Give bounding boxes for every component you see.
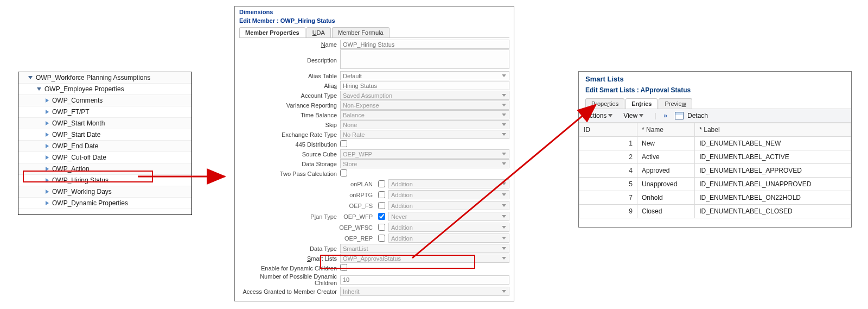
label-data-type: Data Type [239,245,340,252]
leaf-icon [46,133,49,137]
plan-agg-select[interactable]: Addition [388,179,509,188]
name-field[interactable] [340,40,509,49]
cell-name: Approved [637,164,695,178]
two-pass-checkbox[interactable] [340,169,347,176]
selection-highlight [23,171,153,182]
tree-group[interactable]: OWP_Employee Properties [18,84,192,95]
alias-field[interactable] [340,81,509,90]
table-row[interactable]: 9ClosedID_ENUMENTLABEL_CLOSED [579,205,851,218]
data-storage-select[interactable]: Store [340,159,509,168]
alias-table-select[interactable]: Default [340,71,509,80]
tree-item[interactable]: OWP_Dynamic Properties [18,198,192,209]
plan-agg-select[interactable]: Addition [388,223,509,232]
tree-item[interactable]: OWP_End Date [18,141,192,152]
tree-item[interactable]: OWP_Working Days [18,186,192,198]
exchange-rate-select[interactable]: No Rate [340,130,509,139]
view-menu[interactable]: View [623,112,647,119]
col-name[interactable]: * Name [637,123,695,137]
tab-member-formula[interactable]: Member Formula [332,27,390,37]
label-skip: Skip [239,122,340,128]
label-account-type: Account Type [239,92,340,99]
col-label[interactable]: * Label [695,123,851,137]
tree-label: OWP_Cut-off Date [52,152,106,163]
center-tabs: Member Properties UDA Member Formula [239,27,509,38]
access-granted-select[interactable]: Inherit [340,287,509,296]
table-row[interactable]: 1NewID_ENUMENTLABEL_NEW [579,137,851,150]
cell-label: ID_ENUMENTLABEL_ON22HOLD [695,191,851,205]
source-cube-select[interactable]: OEP_WFP [340,149,509,159]
tree-item[interactable]: OWP_Start Month [18,118,192,129]
num-dyn-field[interactable] [340,275,509,285]
plan-agg-select[interactable]: Addition [388,190,509,199]
plan-agg-select[interactable]: Addition [388,234,509,243]
cell-name: New [637,137,695,150]
plan-checkbox[interactable] [378,235,385,242]
time-balance-select[interactable]: Balance [340,110,509,119]
tab-entries[interactable]: Entries [626,98,658,109]
hierarchy-tree: OWP_Workforce Planning Assumptions OWP_E… [18,72,192,215]
table-row[interactable]: 5UnapprovedID_ENUMENTLABEL_UNAPPROVED [579,178,851,191]
variance-select[interactable]: Non-Expense [340,100,509,110]
chevron-down-icon [608,114,612,117]
tab-properties[interactable]: Properties [585,98,624,109]
plan-checkbox[interactable] [378,180,385,187]
edit-member-dialog: Dimensions Edit Member : OWP_Hiring Stat… [234,6,514,301]
plan-type-row: onPLANAddition [239,179,509,189]
data-type-select[interactable]: SmartList [340,244,509,253]
leaf-icon [46,98,49,103]
cell-id: 9 [579,205,637,218]
col-id[interactable]: ID [579,123,637,137]
cell-id: 1 [579,137,637,150]
cell-label: ID_ENUMENTLABEL_APPROVED [695,164,851,178]
label-alias: Alias [239,83,340,89]
tree-label: OWP_Comments [52,95,103,106]
plan-type-row: OEP_FSAddition [239,200,509,211]
table-row[interactable]: 4ApprovedID_ENUMENTLABEL_APPROVED [579,164,851,178]
expand-icon[interactable]: » [663,112,667,119]
account-type-select[interactable]: Saved Assumption [340,91,509,100]
plan-checkbox[interactable] [378,191,385,198]
smartlists-highlight [320,255,475,269]
table-row[interactable]: 7OnholdID_ENUMENTLABEL_ON22HOLD [579,191,851,205]
plan-label: onRPTG [239,192,376,198]
tab-uda[interactable]: UDA [307,27,331,37]
cell-name: Onhold [637,191,695,205]
plan-checkbox[interactable] [378,202,385,209]
tree-item[interactable]: OWP_Comments [18,95,192,106]
label-data-storage: Data Storage [239,161,340,167]
label-two-pass: Two Pass Calculation [239,171,340,177]
tab-preview[interactable]: Preview [659,98,692,109]
plan-label: OEP_FS [239,203,376,209]
leaf-icon [46,144,49,148]
right-tabs: Properties Entries Preview [585,98,851,109]
tree-label: OWP_Start Date [52,129,100,140]
plan-checkbox[interactable] [378,224,385,231]
tree-item[interactable]: OWP_FT/PT [18,106,192,118]
detach-button[interactable]: Detach [675,112,708,119]
label-name: Name [239,41,340,48]
actions-menu[interactable]: Actions [585,112,616,119]
445-checkbox[interactable] [340,140,347,147]
tree-label: OWP_End Date [52,141,98,152]
skip-select[interactable]: None [340,120,509,129]
cell-label: ID_ENUMENTLABEL_CLOSED [695,205,851,218]
tree-item[interactable]: OWP_Start Date [18,129,192,141]
plan-checkbox[interactable] [378,213,385,220]
label-alias-table: Alias Table [239,73,340,79]
description-field[interactable] [340,49,509,69]
tree-item[interactable]: OWP_Cut-off Date [18,152,192,163]
plan-agg-select[interactable]: Never [388,212,509,221]
cell-id: 2 [579,150,637,164]
tree-label: OWP_Workforce Planning Assumptions [36,72,150,83]
expand-icon [37,87,41,91]
cell-label: ID_ENUMENTLABEL_ACTIVE [695,150,851,164]
tree-label: OWP_Working Days [52,186,112,197]
plan-type-row: Plan Type OEP_WFPNever [239,211,509,222]
tree-root[interactable]: OWP_Workforce Planning Assumptions [18,72,192,84]
label-num-dyn: Number of Possible Dynamic Children [239,273,340,286]
table-row[interactable]: 2ActiveID_ENUMENTLABEL_ACTIVE [579,150,851,164]
tab-member-properties[interactable]: Member Properties [239,27,305,37]
plan-label: onPLAN [239,181,376,187]
plan-agg-select[interactable]: Addition [388,201,509,210]
cell-name: Active [637,150,695,164]
